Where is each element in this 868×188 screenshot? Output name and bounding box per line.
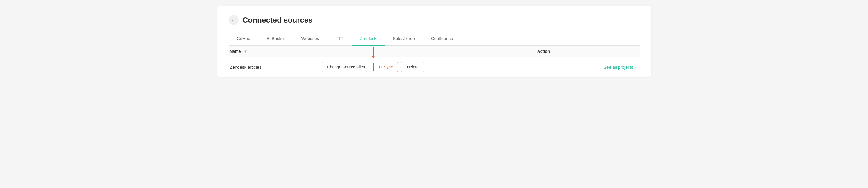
- tab-bitbucket[interactable]: BitBucket: [258, 33, 293, 45]
- name-column-header: Name ▼: [229, 49, 322, 54]
- tab-ftp[interactable]: FTP: [327, 33, 351, 45]
- tab-zendesk[interactable]: Zendesk: [351, 33, 385, 45]
- page-title: Connected sources: [243, 15, 313, 25]
- sync-icon: ↻: [379, 65, 382, 69]
- arrow-annotation: [372, 47, 375, 58]
- delete-button[interactable]: Delete: [401, 62, 424, 72]
- arrow-head: [372, 56, 375, 58]
- see-all-label: See all projects: [603, 65, 633, 70]
- tab-websites[interactable]: Websites: [293, 33, 327, 45]
- sync-button[interactable]: ↻ Sync: [373, 62, 398, 72]
- row-actions: Change Source Files ↻ Sync Delete See al…: [322, 62, 640, 72]
- sync-label: Sync: [384, 65, 393, 69]
- change-source-files-button[interactable]: Change Source Files: [322, 62, 371, 72]
- arrow-line: [373, 47, 374, 56]
- tab-confluence[interactable]: Confluence: [423, 33, 461, 45]
- filter-icon[interactable]: ▼: [244, 49, 248, 54]
- action-column-header: Action: [506, 49, 582, 54]
- page-header: ← Connected sources: [229, 15, 640, 25]
- tab-github[interactable]: GitHub: [229, 33, 259, 45]
- row-name: Zendesk articles: [229, 65, 322, 70]
- table-row: Zendesk articles Change Source Files ↻ S…: [229, 57, 640, 77]
- chevron-down-icon: ⌄: [634, 64, 639, 70]
- connected-sources-card: ← Connected sources GitHub BitBucket Web…: [217, 6, 651, 77]
- tab-bar: GitHub BitBucket Websites FTP Zendesk Sa…: [229, 33, 640, 45]
- back-button[interactable]: ←: [229, 15, 239, 25]
- see-all-projects-link[interactable]: See all projects ⌄: [603, 64, 640, 70]
- tab-salesforce[interactable]: SalesForce: [385, 33, 423, 45]
- name-column-label: Name: [230, 49, 241, 54]
- back-icon: ←: [231, 17, 236, 23]
- table-header-row: Name ▼ Action: [229, 45, 640, 57]
